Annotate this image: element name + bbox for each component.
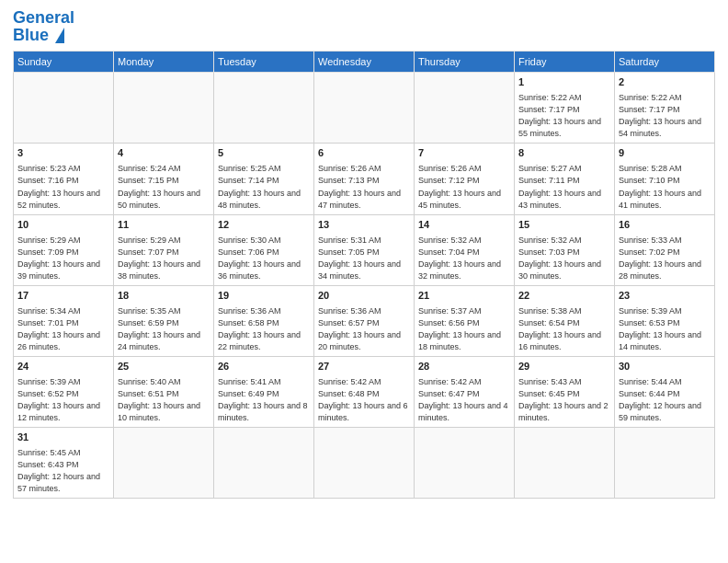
calendar-cell: 25Sunrise: 5:40 AMSunset: 6:51 PMDayligh… [114, 356, 214, 427]
day-number: 16 [619, 218, 711, 233]
sunset-text: Sunset: 7:04 PM [418, 247, 480, 257]
calendar-cell [314, 427, 415, 498]
page: General Blue SundayMondayTuesdayWednesda… [0, 0, 728, 563]
logo-general: General [13, 8, 74, 27]
sunset-text: Sunset: 7:17 PM [518, 105, 580, 114]
calendar-cell: 26Sunrise: 5:41 AMSunset: 6:49 PMDayligh… [214, 356, 314, 427]
daylight-text: Daylight: 13 hours and 6 minutes. [318, 401, 408, 422]
calendar-cell: 5Sunrise: 5:25 AMSunset: 7:14 PMDaylight… [214, 144, 314, 214]
sunset-text: Sunset: 6:45 PM [518, 389, 580, 398]
daylight-text: Daylight: 13 hours and 28 minutes. [619, 259, 701, 281]
sunset-text: Sunset: 6:57 PM [318, 318, 380, 327]
calendar-week-0: 1Sunrise: 5:22 AMSunset: 7:17 PMDaylight… [14, 73, 715, 144]
logo-blue-text: Blue [13, 26, 64, 44]
sunset-text: Sunset: 7:09 PM [17, 247, 79, 257]
sunset-text: Sunset: 7:14 PM [218, 176, 279, 185]
sunrise-text: Sunrise: 5:22 AM [619, 93, 682, 102]
sunrise-text: Sunrise: 5:43 AM [518, 377, 582, 386]
sunrise-text: Sunrise: 5:32 AM [418, 236, 482, 245]
calendar-cell: 12Sunrise: 5:30 AMSunset: 7:06 PMDayligh… [214, 214, 314, 285]
daylight-text: Daylight: 13 hours and 45 minutes. [418, 189, 501, 210]
sunset-text: Sunset: 7:10 PM [619, 176, 680, 185]
calendar-cell [314, 73, 415, 144]
daylight-text: Daylight: 13 hours and 52 minutes. [17, 189, 100, 210]
calendar-cell: 20Sunrise: 5:36 AMSunset: 6:57 PMDayligh… [314, 285, 415, 356]
col-header-wednesday: Wednesday [314, 52, 415, 73]
logo: General Blue [13, 9, 74, 43]
daylight-text: Daylight: 13 hours and 26 minutes. [17, 330, 100, 351]
sunrise-text: Sunrise: 5:38 AM [518, 306, 582, 316]
sunrise-text: Sunrise: 5:41 AM [218, 377, 281, 386]
sunrise-text: Sunrise: 5:24 AM [118, 164, 181, 173]
col-header-friday: Friday [515, 52, 615, 73]
logo-triangle-inline [55, 28, 64, 43]
day-number: 18 [118, 289, 210, 304]
day-number: 13 [318, 218, 410, 233]
day-number: 20 [318, 289, 410, 304]
day-number: 19 [218, 289, 310, 304]
sunset-text: Sunset: 6:49 PM [218, 389, 279, 398]
calendar-cell: 17Sunrise: 5:34 AMSunset: 7:01 PMDayligh… [14, 285, 114, 356]
sunset-text: Sunset: 7:12 PM [418, 176, 480, 185]
calendar-cell: 27Sunrise: 5:42 AMSunset: 6:48 PMDayligh… [314, 356, 415, 427]
sunrise-text: Sunrise: 5:29 AM [118, 236, 181, 245]
sunrise-text: Sunrise: 5:23 AM [17, 164, 81, 173]
sunrise-text: Sunrise: 5:39 AM [619, 306, 682, 316]
sunset-text: Sunset: 7:11 PM [518, 176, 580, 185]
col-header-sunday: Sunday [14, 52, 114, 73]
sunset-text: Sunset: 7:02 PM [619, 247, 680, 257]
calendar-cell: 8Sunrise: 5:27 AMSunset: 7:11 PMDaylight… [515, 144, 615, 214]
calendar-cell: 1Sunrise: 5:22 AMSunset: 7:17 PMDaylight… [515, 73, 615, 144]
sunset-text: Sunset: 6:51 PM [118, 389, 179, 398]
sunrise-text: Sunrise: 5:29 AM [17, 236, 81, 245]
daylight-text: Daylight: 13 hours and 39 minutes. [17, 259, 100, 281]
day-number: 30 [619, 360, 711, 374]
daylight-text: Daylight: 13 hours and 32 minutes. [418, 259, 501, 281]
daylight-text: Daylight: 13 hours and 14 minutes. [619, 330, 701, 351]
calendar-cell: 28Sunrise: 5:42 AMSunset: 6:47 PMDayligh… [415, 356, 515, 427]
day-number: 15 [518, 218, 610, 233]
daylight-text: Daylight: 13 hours and 4 minutes. [418, 401, 508, 422]
daylight-text: Daylight: 13 hours and 48 minutes. [218, 189, 301, 210]
sunrise-text: Sunrise: 5:27 AM [518, 164, 582, 173]
calendar-cell: 7Sunrise: 5:26 AMSunset: 7:12 PMDaylight… [415, 144, 515, 214]
daylight-text: Daylight: 13 hours and 55 minutes. [518, 117, 601, 138]
calendar-cell: 19Sunrise: 5:36 AMSunset: 6:58 PMDayligh… [214, 285, 314, 356]
sunrise-text: Sunrise: 5:22 AM [518, 93, 582, 102]
day-number: 10 [17, 218, 109, 233]
calendar-week-2: 10Sunrise: 5:29 AMSunset: 7:09 PMDayligh… [14, 214, 715, 285]
sunrise-text: Sunrise: 5:28 AM [619, 164, 682, 173]
day-number: 14 [418, 218, 510, 233]
calendar-cell [415, 427, 515, 498]
sunset-text: Sunset: 7:03 PM [518, 247, 580, 257]
daylight-text: Daylight: 13 hours and 18 minutes. [418, 330, 501, 351]
calendar-cell: 9Sunrise: 5:28 AMSunset: 7:10 PMDaylight… [615, 144, 715, 214]
sunset-text: Sunset: 6:53 PM [619, 318, 680, 327]
calendar-cell: 21Sunrise: 5:37 AMSunset: 6:56 PMDayligh… [415, 285, 515, 356]
calendar-cell [14, 73, 114, 144]
col-header-saturday: Saturday [615, 52, 715, 73]
sunset-text: Sunset: 6:59 PM [118, 318, 179, 327]
calendar: SundayMondayTuesdayWednesdayThursdayFrid… [13, 51, 715, 499]
day-number: 26 [218, 360, 310, 374]
calendar-cell: 30Sunrise: 5:44 AMSunset: 6:44 PMDayligh… [615, 356, 715, 427]
day-number: 2 [619, 75, 711, 90]
day-number: 1 [518, 75, 610, 90]
sunset-text: Sunset: 6:48 PM [318, 389, 380, 398]
calendar-cell [515, 427, 615, 498]
day-number: 28 [418, 360, 510, 374]
sunrise-text: Sunrise: 5:37 AM [418, 306, 482, 316]
day-number: 25 [118, 360, 210, 374]
day-number: 6 [318, 146, 410, 161]
day-number: 29 [518, 360, 610, 374]
calendar-cell [214, 427, 314, 498]
sunrise-text: Sunrise: 5:34 AM [17, 306, 81, 316]
calendar-cell: 16Sunrise: 5:33 AMSunset: 7:02 PMDayligh… [615, 214, 715, 285]
sunrise-text: Sunrise: 5:42 AM [418, 377, 482, 386]
sunset-text: Sunset: 6:56 PM [418, 318, 480, 327]
sunset-text: Sunset: 7:05 PM [318, 247, 380, 257]
calendar-cell: 3Sunrise: 5:23 AMSunset: 7:16 PMDaylight… [14, 144, 114, 214]
sunrise-text: Sunrise: 5:25 AM [218, 164, 281, 173]
header: General Blue [13, 9, 715, 43]
sunset-text: Sunset: 6:47 PM [418, 389, 480, 398]
